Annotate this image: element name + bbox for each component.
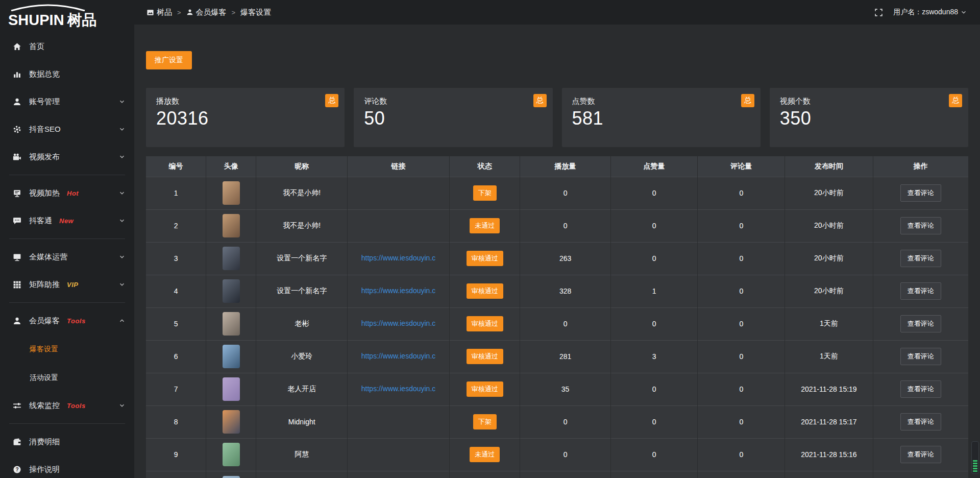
cell-nickname: 阿慧 xyxy=(256,438,348,471)
sidebar-item[interactable]: ?操作说明 xyxy=(0,456,134,478)
cell-status: 下架 xyxy=(449,177,520,209)
view-comments-button[interactable]: 查看评论 xyxy=(900,413,941,431)
column-header: 操作 xyxy=(873,156,968,177)
cell-comments: 0 xyxy=(698,242,785,275)
cell-no: 3 xyxy=(146,242,206,275)
avatar xyxy=(223,279,240,303)
sidebar-item[interactable]: 账号管理 xyxy=(0,88,134,115)
logo-text: SHUPIN树品 xyxy=(8,12,97,28)
cell-avatar xyxy=(206,438,256,471)
chevron-down-icon xyxy=(119,99,125,105)
video-link[interactable]: https://www.iesdouyin.c xyxy=(361,352,436,360)
stat-value: 20316 xyxy=(156,108,334,129)
column-header: 播放量 xyxy=(520,156,610,177)
chevron-down-icon xyxy=(119,190,125,196)
view-comments-button[interactable]: 查看评论 xyxy=(900,380,941,398)
total-badge: 总 xyxy=(741,94,754,107)
sidebar-item[interactable]: 消费明细 xyxy=(0,428,134,456)
cell-plays: 263 xyxy=(520,242,610,275)
sidebar-subitem[interactable]: 活动设置 xyxy=(0,363,134,392)
user-icon xyxy=(12,97,21,106)
cell-avatar xyxy=(206,209,256,242)
stat-label: 播放数 xyxy=(156,97,334,106)
total-badge: 总 xyxy=(325,94,338,107)
cell-time: 2021-11-28 15:19 xyxy=(785,373,873,405)
sidebar-item[interactable]: 线索监控Tools xyxy=(0,392,134,419)
stat-card: 视频个数350总 xyxy=(770,88,968,147)
sliders-icon xyxy=(12,401,21,410)
cell-status: 未通过 xyxy=(449,209,520,242)
user-menu[interactable]: 用户名：zswodun88 xyxy=(893,8,967,17)
sidebar: SHUPIN树品 首页数据总览账号管理抖音SEO视频发布视频加热Hot抖客通Ne… xyxy=(0,0,134,478)
sidebar-item[interactable]: 视频加热Hot xyxy=(0,179,134,207)
avatar xyxy=(223,377,240,401)
sidebar-divider xyxy=(9,423,125,424)
breadcrumb-item[interactable]: 爆客设置 xyxy=(240,8,271,17)
breadcrumb-item[interactable]: 会员爆客 xyxy=(186,8,227,17)
view-comments-button[interactable]: 查看评论 xyxy=(900,184,941,202)
video-link[interactable]: https://www.iesdouyin.c xyxy=(361,385,436,393)
fullscreen-icon[interactable] xyxy=(874,8,883,17)
sidebar-divider xyxy=(9,175,125,175)
video-link[interactable]: https://www.iesdouyin.c xyxy=(361,319,436,327)
cell-time: 20小时前 xyxy=(785,209,873,242)
sidebar-item[interactable]: 会员爆客Tools xyxy=(0,307,134,334)
cell-avatar xyxy=(206,177,256,209)
sidebar-item[interactable]: 视频发布 xyxy=(0,143,134,171)
breadcrumb-item[interactable]: 树品 xyxy=(146,8,172,17)
cell-likes: 0 xyxy=(610,438,698,471)
floating-widget[interactable] xyxy=(971,441,979,474)
chevron-up-icon xyxy=(119,318,125,324)
sidebar-divider xyxy=(9,302,125,303)
cell-link xyxy=(348,177,450,209)
sidebar-subitem[interactable]: 爆客设置 xyxy=(0,334,134,363)
logo-en: SHUPIN xyxy=(8,12,64,28)
view-comments-button[interactable]: 查看评论 xyxy=(900,446,941,463)
sidebar-item-label: 线索监控 xyxy=(29,401,60,411)
menu-badge: Tools xyxy=(67,317,86,325)
cell-nickname: 我不是小帅! xyxy=(256,209,348,242)
video-link[interactable]: https://www.iesdouyin.c xyxy=(361,286,436,295)
sidebar-item-label: 抖音SEO xyxy=(29,125,61,134)
cell-time: 1天前 xyxy=(785,340,873,373)
cell-time: 20小时前 xyxy=(785,275,873,307)
status-badge: 审核通过 xyxy=(467,251,503,266)
sidebar-item[interactable]: 首页 xyxy=(0,33,134,60)
module-icon xyxy=(146,9,154,16)
topbar-right: 用户名：zswodun88 xyxy=(874,8,967,17)
promo-settings-button[interactable]: 推广设置 xyxy=(146,51,192,69)
sidebar-item[interactable]: 抖音SEO xyxy=(0,115,134,143)
cell-plays: 0 xyxy=(520,177,610,209)
video-link[interactable]: https://www.iesdouyin.c xyxy=(361,254,436,262)
sidebar-item[interactable]: 数据总览 xyxy=(0,60,134,88)
sidebar-item[interactable]: 全媒体运营 xyxy=(0,243,134,271)
cell-avatar xyxy=(206,275,256,307)
breadcrumb-label: 爆客设置 xyxy=(240,8,271,17)
view-comments-button[interactable]: 查看评论 xyxy=(900,217,941,234)
breadcrumb-separator: > xyxy=(232,9,236,16)
sidebar-item[interactable]: 抖客通New xyxy=(0,207,134,234)
cell-no: 6 xyxy=(146,340,206,373)
status-badge: 下架 xyxy=(473,185,497,201)
sidebar-item[interactable]: 矩阵助推VIP xyxy=(0,271,134,298)
view-comments-button[interactable]: 查看评论 xyxy=(900,348,941,365)
cell-likes: 0 xyxy=(610,209,698,242)
cell-action: 查看评论 xyxy=(873,275,968,307)
user-icon xyxy=(186,9,193,16)
cell-no: 4 xyxy=(146,275,206,307)
column-header: 状态 xyxy=(449,156,520,177)
main-content: 推广设置 播放数20316总评论数50总点赞数581总视频个数350总 编号头像… xyxy=(134,25,980,478)
sidebar-item-label: 首页 xyxy=(29,42,44,52)
table-row: 6小爱玲https://www.iesdouyin.c审核通过281301天前查… xyxy=(146,340,968,373)
status-badge: 未通过 xyxy=(470,218,500,233)
sidebar-item-label: 账号管理 xyxy=(29,97,60,107)
chevron-down-icon xyxy=(961,9,967,15)
svg-text:?: ? xyxy=(15,466,18,472)
view-comments-button[interactable]: 查看评论 xyxy=(900,282,941,300)
cell-comments: 0 xyxy=(698,275,785,307)
cell-no: 8 xyxy=(146,405,206,438)
breadcrumb-label: 树品 xyxy=(157,8,172,17)
view-comments-button[interactable]: 查看评论 xyxy=(900,250,941,267)
chevron-down-icon xyxy=(119,218,125,224)
view-comments-button[interactable]: 查看评论 xyxy=(900,315,941,332)
